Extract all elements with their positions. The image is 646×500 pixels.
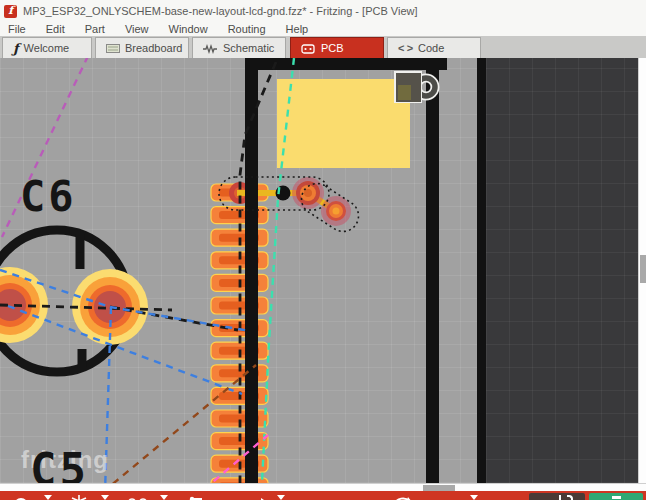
tab-label: Schematic: [223, 42, 274, 54]
routing-info-button[interactable]: [529, 493, 585, 500]
breadboard-icon: [106, 43, 120, 54]
bottom-toolbar: [0, 491, 646, 500]
pcb-canvas[interactable]: fritzing C6 C5: [0, 58, 638, 483]
menu-edit[interactable]: Edit: [36, 23, 75, 35]
via-2[interactable]: [321, 196, 351, 226]
menu-bar: File Edit Part View Window Routing Help: [0, 22, 646, 36]
via-tool-icon[interactable]: [128, 494, 148, 500]
rotate-dropdown-caret[interactable]: [44, 495, 52, 500]
bendpoint-icon[interactable]: [184, 494, 204, 500]
menu-window[interactable]: Window: [159, 23, 218, 35]
view-tab-bar: ƒ Welcome Breadboard Schematic PCB: [0, 36, 646, 58]
dark-side-panel: [486, 58, 638, 483]
fritzing-window: f MP3_ESP32_ONLYSCHEM-base-new-layout-lc…: [0, 0, 646, 500]
tab-label: PCB: [321, 42, 344, 54]
autoroute-dropdown-caret[interactable]: [277, 495, 285, 500]
tab-welcome[interactable]: ƒ Welcome: [2, 37, 92, 58]
lock-icon[interactable]: [392, 68, 444, 108]
menu-help[interactable]: Help: [276, 23, 319, 35]
tab-code[interactable]: < > Code: [387, 37, 481, 58]
share-glyph: [612, 496, 621, 499]
tab-pcb[interactable]: PCB: [290, 37, 384, 58]
rotate-icon[interactable]: [12, 494, 30, 500]
menu-part[interactable]: Part: [75, 23, 115, 35]
via-1[interactable]: [292, 177, 324, 209]
help-icon: [567, 495, 573, 500]
autoroute-arrow-icon[interactable]: [248, 494, 268, 500]
tab-schematic[interactable]: Schematic: [192, 37, 286, 58]
vertical-scrollbar-thumb[interactable]: [640, 255, 646, 283]
pcb-board-icon: [301, 43, 316, 54]
yellow-part[interactable]: [277, 79, 410, 168]
menu-view[interactable]: View: [115, 23, 159, 35]
tab-label: Welcome: [24, 42, 70, 54]
tab-breadboard[interactable]: Breadboard: [95, 37, 189, 58]
tool-dropdown-caret[interactable]: [470, 495, 478, 500]
vertical-scrollbar[interactable]: [638, 58, 646, 483]
menu-file[interactable]: File: [0, 23, 36, 35]
curved-arrow-icon[interactable]: [391, 494, 413, 500]
title-bar: f MP3_ESP32_ONLYSCHEM-base-new-layout-lc…: [0, 0, 646, 22]
label-c5[interactable]: C5: [30, 444, 89, 483]
info-icon: [559, 495, 561, 500]
share-button[interactable]: [589, 493, 643, 500]
horizontal-scrollbar[interactable]: [0, 483, 646, 491]
flip-icon[interactable]: [70, 494, 88, 500]
window-title: MP3_ESP32_ONLYSCHEM-base-new-layout-lcd-…: [23, 5, 418, 17]
via-dropdown-caret[interactable]: [160, 495, 168, 500]
menu-routing[interactable]: Routing: [218, 23, 276, 35]
schematic-wave-icon: [203, 43, 218, 54]
flip-dropdown-caret[interactable]: [101, 495, 109, 500]
fritzing-logo-icon: ƒ: [13, 41, 19, 56]
label-c6[interactable]: C6: [20, 172, 77, 221]
fritzing-app-icon: f: [4, 5, 17, 18]
tab-label: Breadboard: [125, 42, 183, 54]
code-brackets-icon: < >: [398, 42, 413, 54]
tab-label: Code: [418, 42, 444, 54]
